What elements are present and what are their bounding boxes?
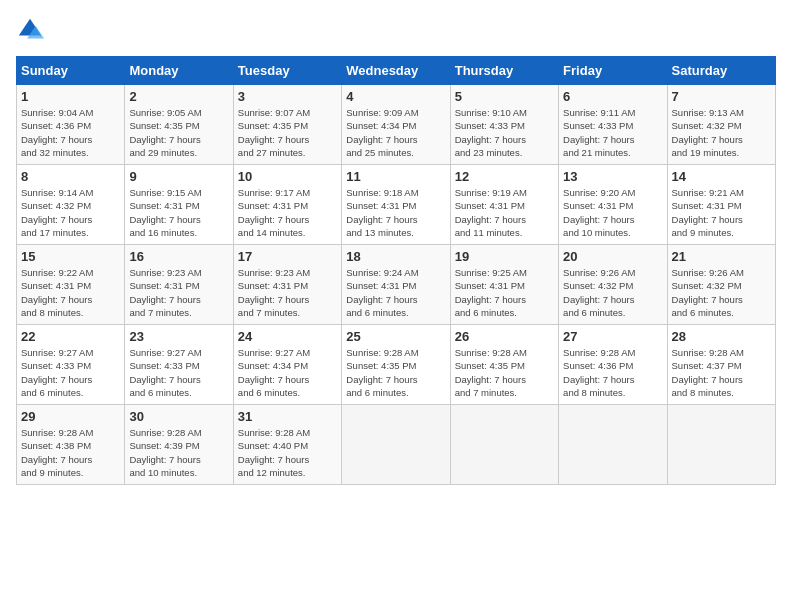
calendar-cell: 14Sunrise: 9:21 AM Sunset: 4:31 PM Dayli… [667, 165, 775, 245]
calendar-cell [559, 405, 667, 485]
calendar-cell: 28Sunrise: 9:28 AM Sunset: 4:37 PM Dayli… [667, 325, 775, 405]
day-number: 16 [129, 249, 228, 264]
calendar-cell: 29Sunrise: 9:28 AM Sunset: 4:38 PM Dayli… [17, 405, 125, 485]
calendar-cell [450, 405, 558, 485]
day-number: 25 [346, 329, 445, 344]
day-number: 4 [346, 89, 445, 104]
day-info: Sunrise: 9:19 AM Sunset: 4:31 PM Dayligh… [455, 186, 554, 239]
calendar-cell: 3Sunrise: 9:07 AM Sunset: 4:35 PM Daylig… [233, 85, 341, 165]
day-header-saturday: Saturday [667, 57, 775, 85]
day-info: Sunrise: 9:21 AM Sunset: 4:31 PM Dayligh… [672, 186, 771, 239]
header [16, 16, 776, 44]
calendar-cell: 21Sunrise: 9:26 AM Sunset: 4:32 PM Dayli… [667, 245, 775, 325]
day-number: 23 [129, 329, 228, 344]
calendar-cell: 24Sunrise: 9:27 AM Sunset: 4:34 PM Dayli… [233, 325, 341, 405]
day-info: Sunrise: 9:28 AM Sunset: 4:35 PM Dayligh… [455, 346, 554, 399]
calendar-cell: 25Sunrise: 9:28 AM Sunset: 4:35 PM Dayli… [342, 325, 450, 405]
day-info: Sunrise: 9:09 AM Sunset: 4:34 PM Dayligh… [346, 106, 445, 159]
day-header-wednesday: Wednesday [342, 57, 450, 85]
day-number: 18 [346, 249, 445, 264]
day-number: 5 [455, 89, 554, 104]
day-info: Sunrise: 9:10 AM Sunset: 4:33 PM Dayligh… [455, 106, 554, 159]
day-header-sunday: Sunday [17, 57, 125, 85]
calendar-cell: 19Sunrise: 9:25 AM Sunset: 4:31 PM Dayli… [450, 245, 558, 325]
day-number: 8 [21, 169, 120, 184]
day-number: 31 [238, 409, 337, 424]
calendar-cell: 26Sunrise: 9:28 AM Sunset: 4:35 PM Dayli… [450, 325, 558, 405]
calendar-cell: 18Sunrise: 9:24 AM Sunset: 4:31 PM Dayli… [342, 245, 450, 325]
day-number: 14 [672, 169, 771, 184]
calendar-cell: 8Sunrise: 9:14 AM Sunset: 4:32 PM Daylig… [17, 165, 125, 245]
day-number: 13 [563, 169, 662, 184]
day-info: Sunrise: 9:18 AM Sunset: 4:31 PM Dayligh… [346, 186, 445, 239]
calendar-cell: 4Sunrise: 9:09 AM Sunset: 4:34 PM Daylig… [342, 85, 450, 165]
day-number: 2 [129, 89, 228, 104]
day-number: 24 [238, 329, 337, 344]
calendar-cell: 23Sunrise: 9:27 AM Sunset: 4:33 PM Dayli… [125, 325, 233, 405]
day-info: Sunrise: 9:27 AM Sunset: 4:34 PM Dayligh… [238, 346, 337, 399]
day-info: Sunrise: 9:04 AM Sunset: 4:36 PM Dayligh… [21, 106, 120, 159]
calendar-table: SundayMondayTuesdayWednesdayThursdayFrid… [16, 56, 776, 485]
calendar-cell [667, 405, 775, 485]
day-number: 6 [563, 89, 662, 104]
day-number: 29 [21, 409, 120, 424]
day-info: Sunrise: 9:28 AM Sunset: 4:39 PM Dayligh… [129, 426, 228, 479]
calendar-cell: 16Sunrise: 9:23 AM Sunset: 4:31 PM Dayli… [125, 245, 233, 325]
day-info: Sunrise: 9:15 AM Sunset: 4:31 PM Dayligh… [129, 186, 228, 239]
calendar-cell: 15Sunrise: 9:22 AM Sunset: 4:31 PM Dayli… [17, 245, 125, 325]
day-number: 28 [672, 329, 771, 344]
day-info: Sunrise: 9:27 AM Sunset: 4:33 PM Dayligh… [21, 346, 120, 399]
day-number: 10 [238, 169, 337, 184]
day-info: Sunrise: 9:20 AM Sunset: 4:31 PM Dayligh… [563, 186, 662, 239]
day-header-monday: Monday [125, 57, 233, 85]
day-number: 3 [238, 89, 337, 104]
calendar-cell: 13Sunrise: 9:20 AM Sunset: 4:31 PM Dayli… [559, 165, 667, 245]
day-info: Sunrise: 9:24 AM Sunset: 4:31 PM Dayligh… [346, 266, 445, 319]
day-info: Sunrise: 9:22 AM Sunset: 4:31 PM Dayligh… [21, 266, 120, 319]
calendar-cell: 7Sunrise: 9:13 AM Sunset: 4:32 PM Daylig… [667, 85, 775, 165]
day-number: 17 [238, 249, 337, 264]
calendar-cell: 31Sunrise: 9:28 AM Sunset: 4:40 PM Dayli… [233, 405, 341, 485]
calendar-week-3: 15Sunrise: 9:22 AM Sunset: 4:31 PM Dayli… [17, 245, 776, 325]
calendar-cell: 6Sunrise: 9:11 AM Sunset: 4:33 PM Daylig… [559, 85, 667, 165]
day-info: Sunrise: 9:26 AM Sunset: 4:32 PM Dayligh… [672, 266, 771, 319]
day-number: 7 [672, 89, 771, 104]
day-header-thursday: Thursday [450, 57, 558, 85]
calendar-cell [342, 405, 450, 485]
day-number: 11 [346, 169, 445, 184]
day-number: 22 [21, 329, 120, 344]
calendar-header-row: SundayMondayTuesdayWednesdayThursdayFrid… [17, 57, 776, 85]
day-info: Sunrise: 9:14 AM Sunset: 4:32 PM Dayligh… [21, 186, 120, 239]
calendar-cell: 2Sunrise: 9:05 AM Sunset: 4:35 PM Daylig… [125, 85, 233, 165]
day-number: 9 [129, 169, 228, 184]
calendar-cell: 10Sunrise: 9:17 AM Sunset: 4:31 PM Dayli… [233, 165, 341, 245]
day-info: Sunrise: 9:17 AM Sunset: 4:31 PM Dayligh… [238, 186, 337, 239]
day-info: Sunrise: 9:13 AM Sunset: 4:32 PM Dayligh… [672, 106, 771, 159]
day-number: 20 [563, 249, 662, 264]
calendar-cell: 5Sunrise: 9:10 AM Sunset: 4:33 PM Daylig… [450, 85, 558, 165]
calendar-week-2: 8Sunrise: 9:14 AM Sunset: 4:32 PM Daylig… [17, 165, 776, 245]
day-info: Sunrise: 9:05 AM Sunset: 4:35 PM Dayligh… [129, 106, 228, 159]
day-info: Sunrise: 9:28 AM Sunset: 4:40 PM Dayligh… [238, 426, 337, 479]
day-info: Sunrise: 9:07 AM Sunset: 4:35 PM Dayligh… [238, 106, 337, 159]
day-number: 21 [672, 249, 771, 264]
day-info: Sunrise: 9:25 AM Sunset: 4:31 PM Dayligh… [455, 266, 554, 319]
day-number: 12 [455, 169, 554, 184]
logo-icon [16, 16, 44, 44]
day-info: Sunrise: 9:23 AM Sunset: 4:31 PM Dayligh… [238, 266, 337, 319]
day-info: Sunrise: 9:26 AM Sunset: 4:32 PM Dayligh… [563, 266, 662, 319]
day-info: Sunrise: 9:28 AM Sunset: 4:36 PM Dayligh… [563, 346, 662, 399]
calendar-cell: 11Sunrise: 9:18 AM Sunset: 4:31 PM Dayli… [342, 165, 450, 245]
day-header-tuesday: Tuesday [233, 57, 341, 85]
day-number: 30 [129, 409, 228, 424]
day-info: Sunrise: 9:28 AM Sunset: 4:35 PM Dayligh… [346, 346, 445, 399]
logo [16, 16, 48, 44]
day-info: Sunrise: 9:27 AM Sunset: 4:33 PM Dayligh… [129, 346, 228, 399]
day-info: Sunrise: 9:28 AM Sunset: 4:37 PM Dayligh… [672, 346, 771, 399]
calendar-week-1: 1Sunrise: 9:04 AM Sunset: 4:36 PM Daylig… [17, 85, 776, 165]
calendar-cell: 12Sunrise: 9:19 AM Sunset: 4:31 PM Dayli… [450, 165, 558, 245]
day-number: 26 [455, 329, 554, 344]
day-number: 1 [21, 89, 120, 104]
day-number: 19 [455, 249, 554, 264]
calendar-cell: 30Sunrise: 9:28 AM Sunset: 4:39 PM Dayli… [125, 405, 233, 485]
